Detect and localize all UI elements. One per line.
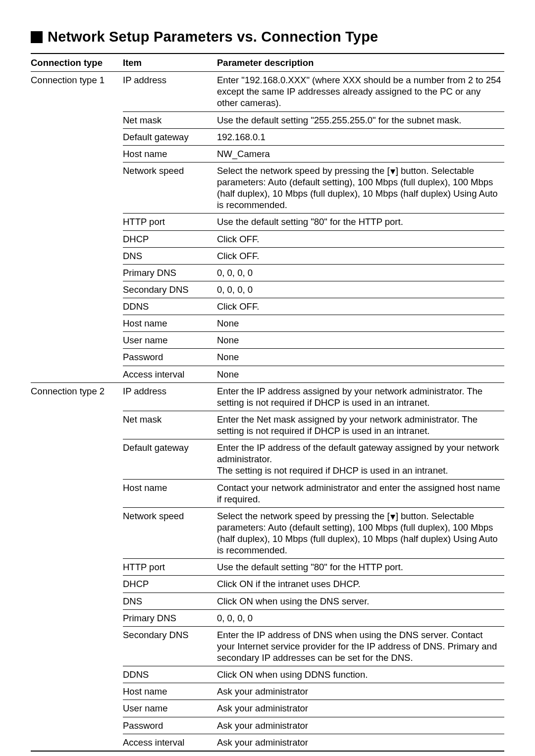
cell-item: Default gateway — [123, 128, 217, 145]
cell-description: None — [217, 349, 504, 366]
cell-description: None — [217, 315, 504, 332]
table-row: DHCPClick ON if the intranet uses DHCP. — [31, 576, 504, 593]
cell-connection-type — [31, 111, 123, 128]
table-row: Default gatewayEnter the IP address of t… — [31, 439, 504, 479]
cell-item: HTTP port — [123, 559, 217, 576]
cell-description: 0, 0, 0, 0 — [217, 281, 504, 298]
cell-item: Network speed — [123, 507, 217, 559]
table-row: Default gateway192.168.0.1 — [31, 128, 504, 145]
cell-item: Host name — [123, 315, 217, 332]
cell-item: Secondary DNS — [123, 281, 217, 298]
cell-item: Host name — [123, 479, 217, 507]
cell-description: NW_Camera — [217, 145, 504, 162]
cell-connection-type — [31, 332, 123, 349]
cell-connection-type — [31, 507, 123, 559]
cell-description: Enter the Net mask assigned by your netw… — [217, 411, 504, 439]
cell-connection-type — [31, 479, 123, 507]
cell-description: Enter the IP address of DNS when using t… — [217, 626, 504, 666]
cell-description: Click OFF. — [217, 230, 504, 247]
parameters-table: Connection type Item Parameter descripti… — [31, 53, 504, 751]
cell-connection-type — [31, 683, 123, 700]
cell-connection-type — [31, 264, 123, 281]
cell-connection-type — [31, 411, 123, 439]
cell-connection-type — [31, 626, 123, 666]
cell-description: 0, 0, 0, 0 — [217, 609, 504, 626]
cell-connection-type — [31, 128, 123, 145]
cell-description: Enter "192.168.0.XXX" (where XXX should … — [217, 72, 504, 111]
header-parameter-description: Parameter description — [217, 54, 504, 72]
table-row: HTTP portUse the default setting "80" fo… — [31, 559, 504, 576]
table-header-row: Connection type Item Parameter descripti… — [31, 54, 504, 72]
table-row: DNSClick OFF. — [31, 247, 504, 264]
cell-description: 0, 0, 0, 0 — [217, 264, 504, 281]
cell-item: DDNS — [123, 666, 217, 683]
cell-description: Use the default setting "255.255.255.0" … — [217, 111, 504, 128]
table-row: Access intervalAsk your administrator — [31, 734, 504, 751]
cell-item: Network speed — [123, 162, 217, 214]
table-row: Net maskEnter the Net mask assigned by y… — [31, 411, 504, 439]
cell-item: IP address — [123, 382, 217, 411]
cell-item: Primary DNS — [123, 264, 217, 281]
cell-item: User name — [123, 700, 217, 717]
page-title: Network Setup Parameters vs. Connection … — [48, 29, 378, 45]
cell-item: Password — [123, 717, 217, 734]
table-row: Network speedSelect the network speed by… — [31, 162, 504, 214]
table-row: Network speedSelect the network speed by… — [31, 507, 504, 559]
table-row: Host nameNone — [31, 315, 504, 332]
table-row: DDNSClick ON when using DDNS function. — [31, 666, 504, 683]
cell-description: Use the default setting "80" for the HTT… — [217, 214, 504, 230]
cell-connection-type — [31, 247, 123, 264]
cell-item: User name — [123, 332, 217, 349]
page-title-wrap: Network Setup Parameters vs. Connection … — [31, 29, 504, 45]
cell-connection-type — [31, 162, 123, 214]
cell-item: Primary DNS — [123, 609, 217, 626]
table-row: DNSClick ON when using the DNS server. — [31, 593, 504, 609]
cell-connection-type — [31, 366, 123, 382]
cell-item: DHCP — [123, 230, 217, 247]
cell-connection-type — [31, 559, 123, 576]
table-row: Secondary DNSEnter the IP address of DNS… — [31, 626, 504, 666]
table-row: HTTP portUse the default setting "80" fo… — [31, 214, 504, 230]
table-row: Connection type 2IP addressEnter the IP … — [31, 382, 504, 411]
table-row: DDNSClick OFF. — [31, 298, 504, 315]
cell-item: IP address — [123, 72, 217, 111]
cell-connection-type — [31, 298, 123, 315]
cell-item: Access interval — [123, 734, 217, 751]
cell-item: Access interval — [123, 366, 217, 382]
down-triangle-icon — [390, 515, 395, 520]
cell-connection-type — [31, 717, 123, 734]
cell-item: Host name — [123, 145, 217, 162]
cell-connection-type — [31, 281, 123, 298]
table-row: User nameAsk your administrator — [31, 700, 504, 717]
cell-connection-type — [31, 145, 123, 162]
table-bottom-rule — [31, 751, 504, 752]
cell-connection-type — [31, 439, 123, 479]
table-row: Net maskUse the default setting "255.255… — [31, 111, 504, 128]
table-row: DHCPClick OFF. — [31, 230, 504, 247]
cell-item: Default gateway — [123, 439, 217, 479]
cell-description: Enter the IP address of the default gate… — [217, 439, 504, 479]
cell-connection-type: Connection type 1 — [31, 72, 123, 111]
cell-connection-type — [31, 609, 123, 626]
cell-description: Ask your administrator — [217, 683, 504, 700]
square-bullet-icon — [31, 31, 43, 43]
cell-item: DNS — [123, 247, 217, 264]
cell-description: Click OFF. — [217, 247, 504, 264]
table-row: Host nameContact your network administra… — [31, 479, 504, 507]
cell-description: Contact your network administrator and e… — [217, 479, 504, 507]
cell-item: DNS — [123, 593, 217, 609]
cell-description: Use the default setting "80" for the HTT… — [217, 559, 504, 576]
header-item: Item — [123, 54, 217, 72]
down-triangle-icon — [390, 169, 395, 174]
cell-connection-type — [31, 593, 123, 609]
cell-item: Net mask — [123, 111, 217, 128]
cell-connection-type: Connection type 2 — [31, 382, 123, 411]
cell-description: Ask your administrator — [217, 700, 504, 717]
cell-description: None — [217, 332, 504, 349]
cell-description: Click ON when using the DNS server. — [217, 593, 504, 609]
cell-connection-type — [31, 230, 123, 247]
table-row: Host nameNW_Camera — [31, 145, 504, 162]
cell-description: Ask your administrator — [217, 734, 504, 751]
table-row: User nameNone — [31, 332, 504, 349]
cell-connection-type — [31, 214, 123, 230]
